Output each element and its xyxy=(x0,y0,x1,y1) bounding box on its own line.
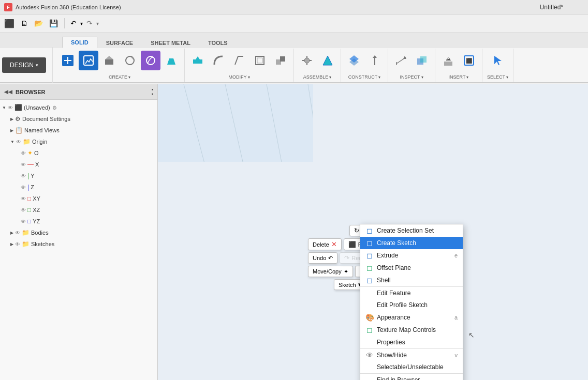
ctx-edit-feature[interactable]: Edit Feature xyxy=(360,286,463,299)
browser-tree: ▼ 👁 ⬛ (Unsaved) ⚙ ▶ ⚙ Document Settings … xyxy=(0,100,157,252)
ctx-extrude-shortcut: e xyxy=(454,252,458,259)
browser-item-named-views[interactable]: ▶ 📋 Named Views xyxy=(0,125,157,136)
viewport-grid xyxy=(158,84,313,162)
toolbar-group-create: CREATE▾ xyxy=(55,49,185,82)
inspect-group-label[interactable]: INSPECT▾ xyxy=(400,74,423,80)
svg-marker-26 xyxy=(403,56,406,59)
extrude-icon[interactable] xyxy=(99,51,119,70)
delete-button[interactable]: Delete ✕ xyxy=(308,238,342,250)
undo-icon[interactable]: ↶ xyxy=(69,18,78,29)
ctx-properties[interactable]: Properties xyxy=(360,336,463,348)
design-button[interactable]: DESIGN ▾ xyxy=(2,57,46,73)
delete-label: Delete xyxy=(313,241,329,248)
browser-item-origin-y[interactable]: 👁 | Y xyxy=(0,170,157,181)
browser-item-origin-x[interactable]: 👁 — X xyxy=(0,159,157,170)
sweep-icon[interactable] xyxy=(141,51,160,70)
svg-rect-14 xyxy=(280,56,285,62)
save-icon[interactable]: 💾 xyxy=(47,17,60,29)
ctx-create-selection-set-label: Create Selection Set xyxy=(377,227,458,234)
svg-text:⬛: ⬛ xyxy=(466,57,473,64)
fillet-icon[interactable] xyxy=(209,51,228,70)
ctx-appearance[interactable]: 🎨 Appearance a xyxy=(360,311,463,324)
browser-header: ◀◀ BROWSER ⁚ xyxy=(0,84,157,100)
tab-surface[interactable]: SURFACE xyxy=(97,37,142,48)
ctx-offset-plane[interactable]: ◻ Offset Plane xyxy=(360,262,463,274)
ctx-extrude-label: Extrude xyxy=(377,252,451,259)
ctx-edit-profile-sketch[interactable]: Edit Profile Sketch xyxy=(360,299,463,311)
select-icon[interactable] xyxy=(488,51,508,70)
create-sketch-icon[interactable] xyxy=(79,51,98,70)
chamfer-icon[interactable] xyxy=(229,51,249,70)
new-icon[interactable]: 🗎 xyxy=(19,17,30,29)
app-menu-icon[interactable]: ⬛ xyxy=(4,19,14,28)
svg-marker-34 xyxy=(494,56,502,65)
tab-solid[interactable]: SOLID xyxy=(62,37,97,48)
move-copy-button[interactable]: Move/Copy ✦ xyxy=(308,266,353,277)
browser-item-bodies[interactable]: ▶ 👁 📁 Bodies xyxy=(0,227,157,238)
ctx-appearance-shortcut: a xyxy=(454,314,458,321)
modify-group-label[interactable]: MODIFY▾ xyxy=(229,74,250,80)
construct-group-label[interactable]: CONSTRUCT▾ xyxy=(348,74,381,80)
ctx-selectable-label: Selectable/Unselectable xyxy=(377,363,458,371)
tab-sheet-metal[interactable]: SHEET METAL xyxy=(142,37,199,48)
browser-item-origin[interactable]: ▼ 👁 📁 Origin xyxy=(0,136,157,147)
browser-item-origin-yz[interactable]: 👁 □ YZ xyxy=(0,216,157,227)
measure-icon[interactable] xyxy=(391,51,411,70)
axis-icon[interactable] xyxy=(365,51,385,70)
press-pull-icon[interactable] xyxy=(188,51,208,70)
insert-group-label[interactable]: INSERT▾ xyxy=(449,74,469,80)
ctx-offset-plane-label: Offset Plane xyxy=(377,264,458,271)
ctx-selectable[interactable]: Selectable/Unselectable xyxy=(360,361,463,373)
ctx-find-browser[interactable]: Find in Browser xyxy=(360,373,463,380)
browser-expand-icon[interactable]: ⁚ xyxy=(151,88,153,96)
create-group-label[interactable]: CREATE▾ xyxy=(109,74,130,80)
ctx-shell[interactable]: ◻ Shell xyxy=(360,274,463,286)
loft-icon[interactable] xyxy=(161,51,181,70)
undo-button[interactable]: Undo ↶ xyxy=(308,252,337,264)
as-built-joint-icon[interactable] xyxy=(318,51,337,70)
browser-item-origin-z[interactable]: 👁 | Z xyxy=(0,181,157,193)
revolve-icon[interactable] xyxy=(120,51,140,70)
ctx-create-selection-set[interactable]: ◻ Create Selection Set xyxy=(360,224,463,237)
doc-name: Untitled* xyxy=(540,4,563,11)
ctx-selection-set-icon: ◻ xyxy=(365,226,374,235)
insert-svg-icon[interactable]: ⬛ xyxy=(459,51,479,70)
ctx-find-browser-label: Find in Browser xyxy=(377,376,458,381)
ctx-edit-feature-label: Edit Feature xyxy=(377,290,458,297)
move-copy-label: Move/Copy xyxy=(313,268,342,275)
ctx-show-hide[interactable]: 👁 Show/Hide v xyxy=(360,348,463,361)
joint-icon[interactable] xyxy=(297,51,317,70)
tab-tools[interactable]: TOOLS xyxy=(199,37,237,48)
interference-icon[interactable] xyxy=(412,51,432,70)
browser-item-sketches[interactable]: ▶ 👁 📁 Sketches xyxy=(0,238,157,250)
svg-marker-8 xyxy=(167,58,175,65)
svg-marker-5 xyxy=(105,56,113,59)
ctx-shell-label: Shell xyxy=(377,277,458,284)
redo-icon[interactable]: ↷ xyxy=(85,18,94,29)
svg-rect-11 xyxy=(256,56,264,65)
insert-derive-icon[interactable]: ⛰ xyxy=(438,51,458,70)
svg-marker-20 xyxy=(323,56,332,65)
viewport[interactable]: ↻ Repeat Extrude Delete ✕ ⬛ Press Pull U… xyxy=(158,84,588,380)
offset-plane-icon[interactable] xyxy=(344,51,364,70)
ctx-edit-profile-label: Edit Profile Sketch xyxy=(377,301,458,309)
open-icon[interactable]: 📂 xyxy=(32,17,45,29)
press-pull-icon: ⬛ xyxy=(348,241,356,248)
browser-item-origin-o[interactable]: 👁 ✦ O xyxy=(0,147,157,159)
app-title: Autodesk Fusion 360 (Education License) xyxy=(16,4,121,10)
select-group-label[interactable]: SELECT▾ xyxy=(487,74,508,80)
ctx-sketch-icon: ◻ xyxy=(365,239,374,247)
browser-item-unsaved[interactable]: ▼ 👁 ⬛ (Unsaved) ⚙ xyxy=(0,102,157,113)
combine-icon[interactable] xyxy=(271,51,290,70)
browser-item-origin-xz[interactable]: 👁 □ XZ xyxy=(0,204,157,216)
shell-icon[interactable] xyxy=(250,51,270,70)
undo-arrow-icon[interactable]: ▾ xyxy=(80,21,83,26)
redo-arrow-icon[interactable]: ▾ xyxy=(96,21,99,26)
browser-item-doc-settings[interactable]: ▶ ⚙ Document Settings xyxy=(0,113,157,125)
browser-item-origin-xy[interactable]: 👁 □ XY xyxy=(0,193,157,204)
ctx-texture-map[interactable]: ◻ Texture Map Controls xyxy=(360,324,463,336)
ctx-create-sketch[interactable]: ◻ Create Sketch xyxy=(360,237,463,249)
create-new-component-icon[interactable] xyxy=(58,51,78,70)
ctx-extrude[interactable]: ◻ Extrude e xyxy=(360,249,463,262)
assemble-group-label[interactable]: ASSEMBLE▾ xyxy=(303,74,332,80)
